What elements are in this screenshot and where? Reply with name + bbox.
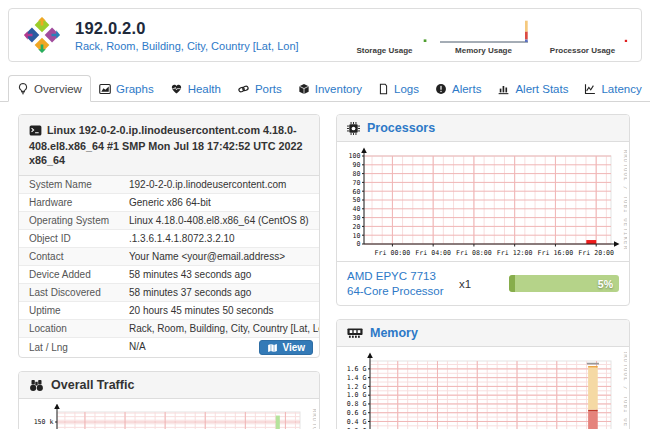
tab-latency[interactable]: Latency — [576, 77, 649, 101]
table-row: Object ID.1.3.6.1.4.1.8072.3.2.10 — [19, 230, 319, 248]
device-header: 192.0.2.0 Rack, Room, Building, City, Co… — [8, 8, 642, 62]
table-row: Device Added58 minutes 43 seconds ago — [19, 266, 319, 284]
processors-panel: Processors 1009080706050403020100Fri 00:… — [336, 114, 630, 306]
processors-rrd-chart: 1009080706050403020100Fri 00:00Fri 04:00… — [339, 147, 627, 259]
svg-text:10: 10 — [353, 232, 361, 240]
storage-usage-mini[interactable]: Storage Usage — [338, 15, 431, 55]
line-chart-icon — [584, 83, 596, 95]
svg-text:40: 40 — [353, 205, 361, 213]
system-info-panel: Linux 192-0-2-0.ip.linodeusercontent.com… — [18, 114, 320, 358]
svg-text:0.8 G: 0.8 G — [347, 400, 367, 408]
svg-text:1.4 G: 1.4 G — [347, 374, 367, 382]
device-ip-title: 192.0.2.0 — [75, 19, 299, 38]
svg-text:80: 80 — [353, 170, 361, 178]
tab-inventory[interactable]: Inventory — [290, 77, 370, 101]
table-row: LocationRack, Room, Building, City, Coun… — [19, 320, 319, 338]
memory-icon — [347, 327, 363, 339]
memory-rrd-chart: 1.6 G1.4 G1.2 G1.0 G0.8 G0.6 G0.4 G0.2 G… — [339, 352, 627, 429]
tab-alert-stats[interactable]: Alert Stats — [489, 77, 576, 101]
memory-usage-mini[interactable]: Memory Usage — [437, 15, 530, 55]
processor-usage-fill — [509, 275, 515, 292]
tab-graphs[interactable]: Graphs — [91, 77, 162, 101]
svg-text:Fri 00:00: Fri 00:00 — [375, 249, 411, 257]
svg-text:Fri 20:00: Fri 20:00 — [578, 249, 614, 257]
svg-text:Fri 12:00: Fri 12:00 — [497, 249, 533, 257]
table-row: Operating SystemLinux 4.18.0-408.el8.x86… — [19, 212, 319, 230]
table-row: HardwareGeneric x86 64-bit — [19, 194, 319, 212]
map-icon — [267, 343, 278, 353]
system-info-heading: Linux 192-0-2-0.ip.linodeusercontent.com… — [19, 115, 319, 176]
terminal-icon — [29, 125, 42, 139]
package-icon — [298, 83, 310, 95]
memory-graph[interactable]: 1.6 G1.4 G1.2 G1.0 G0.8 G0.6 G0.4 G0.2 G… — [337, 347, 629, 429]
svg-text:1.0 G: 1.0 G — [347, 391, 367, 399]
svg-text:Fri 08:00: Fri 08:00 — [456, 249, 492, 257]
usage-mini-graphs: Storage Usage Memory Usage Processor Usa… — [338, 15, 629, 55]
svg-text:0.6 G: 0.6 G — [347, 409, 367, 417]
svg-text:20: 20 — [353, 223, 361, 231]
svg-text:30: 30 — [353, 214, 361, 222]
svg-text:RRDTOOL / TOBI OETIKER: RRDTOOL / TOBI OETIKER — [312, 409, 317, 429]
processor-usage-percent: 5% — [598, 275, 613, 292]
processor-usage-label: Processor Usage — [550, 46, 615, 55]
memory-header: Memory — [337, 320, 629, 347]
processor-count: x1 — [459, 278, 509, 290]
traffic-rrd-chart: 150 k100 k50 k0Fri 00:00Fri 04:00Fri 08:… — [22, 404, 316, 429]
svg-text:70: 70 — [353, 179, 361, 187]
tab-overview[interactable]: Overview — [8, 75, 91, 102]
tab-health[interactable]: Health — [162, 77, 229, 101]
system-info-table: System Name192-0-2-0.ip.linodeuserconten… — [19, 176, 319, 357]
svg-text:100: 100 — [349, 152, 361, 160]
svg-text:1.2 G: 1.2 G — [347, 383, 367, 391]
table-row: Lat / Lng N/A View — [19, 338, 319, 358]
svg-text:150 k: 150 k — [34, 418, 54, 426]
cpu-icon — [347, 122, 360, 135]
memory-panel: Memory 1.6 G1.4 G1.2 G1.0 G0.8 G0.6 G0.4… — [336, 319, 630, 429]
svg-text:0.4 G: 0.4 G — [347, 418, 367, 426]
lightbulb-icon — [17, 82, 29, 95]
bar-chart-icon — [497, 83, 510, 95]
centos-logo-icon — [23, 16, 61, 54]
latlng-value: N/A — [129, 341, 146, 352]
storage-usage-label: Storage Usage — [356, 46, 412, 55]
svg-text:1.6 G: 1.6 G — [347, 365, 367, 373]
alert-circle-icon — [435, 83, 447, 95]
svg-text:60: 60 — [353, 188, 361, 196]
svg-text:0: 0 — [357, 240, 361, 248]
view-map-button[interactable]: View — [259, 340, 313, 355]
svg-text:RRDTOOL / TOBI OETIKER: RRDTOOL / TOBI OETIKER — [623, 352, 628, 429]
processors-header: Processors — [337, 115, 629, 142]
overall-traffic-header: Overall Traffic — [19, 372, 319, 399]
processor-usage-bar: 5% — [509, 275, 619, 292]
processor-usage-mini[interactable]: Processor Usage — [536, 15, 629, 55]
svg-text:90: 90 — [353, 161, 361, 169]
processors-title: Processors — [367, 121, 435, 135]
area-chart-icon — [99, 83, 111, 95]
memory-usage-label: Memory Usage — [455, 46, 512, 55]
overview-content: Linux 192-0-2-0.ip.linodeusercontent.com… — [0, 102, 650, 429]
storage-usage-sparkline-icon — [340, 15, 430, 45]
file-icon — [378, 83, 389, 95]
processor-row: AMD EPYC 7713 64-Core Processor x1 5% — [337, 261, 629, 305]
heartbeat-icon — [170, 83, 183, 95]
tab-logs[interactable]: Logs — [370, 77, 427, 101]
processor-name-link[interactable]: AMD EPYC 7713 64-Core Processor — [347, 269, 459, 298]
processor-usage-sparkline-icon — [538, 15, 628, 45]
memory-title: Memory — [370, 326, 418, 340]
svg-text:RRDTOOL / TOBI OETIKER: RRDTOOL / TOBI OETIKER — [623, 150, 628, 251]
device-tabbar: Overview Graphs Health Ports Inventory L… — [0, 72, 650, 102]
device-location-link[interactable]: Rack, Room, Building, City, Country [Lat… — [75, 40, 299, 52]
svg-text:Fri 16:00: Fri 16:00 — [538, 249, 574, 257]
overall-traffic-graph[interactable]: 150 k100 k50 k0Fri 00:00Fri 04:00Fri 08:… — [19, 399, 319, 429]
memory-usage-sparkline-icon — [439, 15, 529, 45]
tab-ports[interactable]: Ports — [229, 77, 290, 101]
link-icon — [237, 83, 250, 95]
tab-alerts[interactable]: Alerts — [427, 77, 489, 101]
processors-graph[interactable]: 1009080706050403020100Fri 00:00Fri 04:00… — [337, 142, 629, 261]
binoculars-icon — [29, 379, 44, 392]
table-row: Last Discovered58 minutes 37 seconds ago — [19, 284, 319, 302]
svg-text:Fri 04:00: Fri 04:00 — [415, 249, 451, 257]
table-row: System Name192-0-2-0.ip.linodeuserconten… — [19, 176, 319, 194]
svg-text:50: 50 — [353, 196, 361, 204]
table-row: Uptime20 hours 45 minutes 50 seconds — [19, 302, 319, 320]
